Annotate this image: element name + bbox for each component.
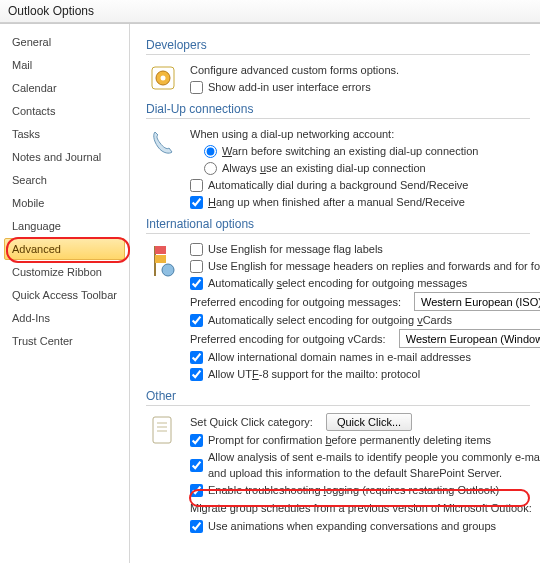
- svg-point-2: [161, 76, 166, 81]
- sidebar-item-search[interactable]: Search: [4, 169, 125, 191]
- sidebar-item-contacts[interactable]: Contacts: [4, 100, 125, 122]
- configure-forms-label: Configure advanced custom forms options.: [190, 62, 399, 78]
- sidebar-item-label: Advanced: [12, 243, 61, 255]
- window-body: General Mail Calendar Contacts Tasks Not…: [0, 23, 540, 563]
- sidebar-item-label: Quick Access Toolbar: [12, 289, 117, 301]
- phone-icon: [146, 125, 180, 159]
- section-header-developers: Developers: [146, 38, 530, 52]
- hangup-checkbox[interactable]: [190, 196, 203, 209]
- section-header-dialup: Dial-Up connections: [146, 102, 530, 116]
- section-header-other: Other: [146, 389, 530, 403]
- title-bar: Outlook Options: [0, 0, 540, 23]
- prompt-delete-checkbox[interactable]: [190, 434, 203, 447]
- sidebar-item-label: Language: [12, 220, 61, 232]
- divider: [146, 118, 530, 119]
- hangup-label: Hang up when finished after a manual Sen…: [208, 194, 465, 210]
- show-addin-errors-checkbox[interactable]: [190, 81, 203, 94]
- sidebar-item-mobile[interactable]: Mobile: [4, 192, 125, 214]
- sidebar-item-trust[interactable]: Trust Center: [4, 330, 125, 352]
- sidebar-item-label: Contacts: [12, 105, 55, 117]
- document-icon: [146, 412, 180, 446]
- svg-rect-5: [155, 255, 166, 263]
- sidebar-item-label: Mail: [12, 59, 32, 71]
- sidebar-item-mail[interactable]: Mail: [4, 54, 125, 76]
- sidebar-item-notes[interactable]: Notes and Journal: [4, 146, 125, 168]
- svg-rect-4: [155, 246, 166, 254]
- sidebar: General Mail Calendar Contacts Tasks Not…: [0, 24, 130, 563]
- allow-analysis-label: Allow analysis of sent e-mails to identi…: [208, 449, 540, 481]
- divider: [146, 54, 530, 55]
- always-use-radio[interactable]: [204, 162, 217, 175]
- allow-analysis-checkbox[interactable]: [190, 459, 203, 472]
- quick-click-button[interactable]: Quick Click...: [326, 413, 412, 431]
- sidebar-item-label: Tasks: [12, 128, 40, 140]
- sidebar-item-label: Customize Ribbon: [12, 266, 102, 278]
- auto-dial-label: Automatically dial during a background S…: [208, 177, 469, 193]
- sidebar-item-label: General: [12, 36, 51, 48]
- utf8-mailto-checkbox[interactable]: [190, 368, 203, 381]
- divider: [146, 405, 530, 406]
- prompt-delete-label: Prompt for confirmation before permanent…: [208, 432, 491, 448]
- auto-dial-checkbox[interactable]: [190, 179, 203, 192]
- auto-encoding-msg-checkbox[interactable]: [190, 277, 203, 290]
- pref-encoding-msg-select[interactable]: Western European (ISO): [414, 292, 540, 311]
- window-title: Outlook Options: [8, 4, 94, 18]
- sidebar-item-label: Calendar: [12, 82, 57, 94]
- english-headers-checkbox[interactable]: [190, 260, 203, 273]
- sidebar-item-calendar[interactable]: Calendar: [4, 77, 125, 99]
- troubleshooting-logging-checkbox[interactable]: [190, 484, 203, 497]
- quick-click-label: Set Quick Click category:: [190, 414, 313, 430]
- sidebar-item-advanced[interactable]: Advanced: [4, 238, 125, 260]
- migrate-label: Migrate group schedules from a previous …: [190, 500, 532, 516]
- sidebar-item-qat[interactable]: Quick Access Toolbar: [4, 284, 125, 306]
- sidebar-item-customize-ribbon[interactable]: Customize Ribbon: [4, 261, 125, 283]
- dialup-lead: When using a dial-up networking account:: [190, 126, 394, 142]
- use-animations-checkbox[interactable]: [190, 520, 203, 533]
- pref-encoding-msg-label: Preferred encoding for outgoing messages…: [190, 294, 401, 310]
- intl-domain-checkbox[interactable]: [190, 351, 203, 364]
- globe-flags-icon: [146, 240, 180, 274]
- section-header-intl: International options: [146, 217, 530, 231]
- sidebar-item-tasks[interactable]: Tasks: [4, 123, 125, 145]
- show-addin-errors-label: Show add-in user interface errors: [208, 79, 371, 95]
- warn-switch-radio[interactable]: [204, 145, 217, 158]
- svg-rect-7: [153, 417, 171, 443]
- svg-point-6: [162, 264, 174, 276]
- developers-icon: [146, 61, 180, 95]
- divider: [146, 233, 530, 234]
- always-use-label: Always use an existing dial-up connectio…: [222, 160, 426, 176]
- auto-encoding-vcard-checkbox[interactable]: [190, 314, 203, 327]
- pref-encoding-vcard-label: Preferred encoding for outgoing vCards:: [190, 331, 386, 347]
- sidebar-item-addins[interactable]: Add-Ins: [4, 307, 125, 329]
- use-animations-label: Use animations when expanding conversati…: [208, 518, 496, 534]
- sidebar-item-label: Search: [12, 174, 47, 186]
- sidebar-item-label: Notes and Journal: [12, 151, 101, 163]
- sidebar-item-language[interactable]: Language: [4, 215, 125, 237]
- warn-switch-label: Warn before switching an existing dial-u…: [222, 143, 478, 159]
- utf8-mailto-label: Allow UTF-8 support for the mailto: prot…: [208, 366, 420, 382]
- sidebar-item-label: Mobile: [12, 197, 44, 209]
- troubleshooting-logging-label: Enable troubleshooting logging (requires…: [208, 482, 499, 498]
- english-flags-label: Use English for message flag labels: [208, 241, 383, 257]
- pref-encoding-vcard-select[interactable]: Western European (Windows): [399, 329, 540, 348]
- english-headers-label: Use English for message headers on repli…: [208, 258, 540, 274]
- sidebar-item-label: Trust Center: [12, 335, 73, 347]
- auto-encoding-msg-label: Automatically select encoding for outgoi…: [208, 275, 467, 291]
- english-flags-checkbox[interactable]: [190, 243, 203, 256]
- intl-domain-label: Allow international domain names in e-ma…: [208, 349, 471, 365]
- sidebar-item-general[interactable]: General: [4, 31, 125, 53]
- sidebar-item-label: Add-Ins: [12, 312, 50, 324]
- auto-encoding-vcard-label: Automatically select encoding for outgoi…: [208, 312, 452, 328]
- content-pane: Developers Configure advanced custom for…: [130, 24, 540, 563]
